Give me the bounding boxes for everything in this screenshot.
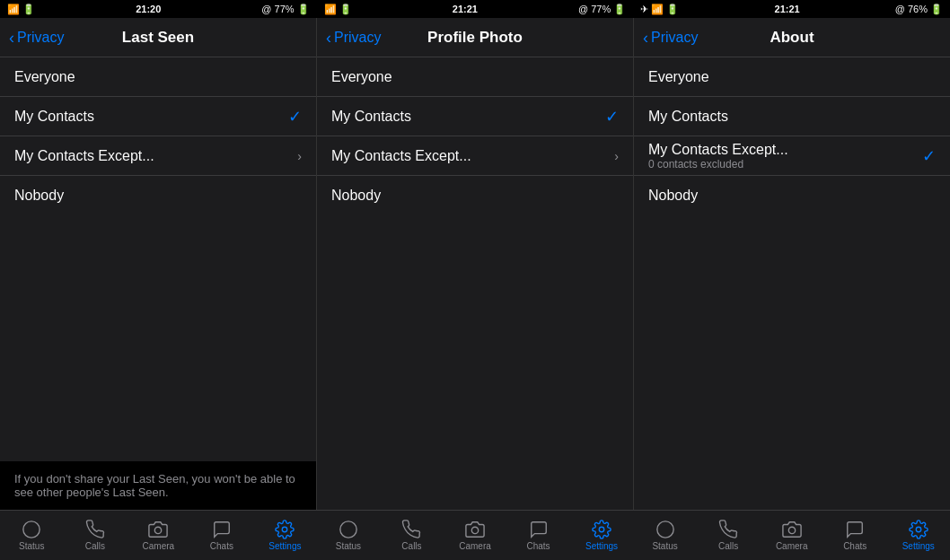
tab-label-camera-3: Camera <box>776 541 808 551</box>
svg-point-6 <box>656 521 673 538</box>
panel-last-seen: ‹ Privacy Last Seen Everyone My Contacts… <box>0 18 317 510</box>
checkmark-icon: ✓ <box>922 146 936 166</box>
item-sublabel: 0 contacts excluded <box>648 158 915 171</box>
tab-label-chats-2: Chats <box>526 541 550 551</box>
settings-icon <box>275 520 295 539</box>
tab-calls-2[interactable]: Calls <box>380 511 444 560</box>
tab-camera-3[interactable]: Camera <box>760 511 823 560</box>
calls-icon-2 <box>401 520 421 539</box>
tab-bar: Status Calls Camera Chats Settings Statu… <box>0 510 950 560</box>
status-right-3: @ 76% 🔋 <box>895 4 943 15</box>
status-right-1: @ 77% 🔋 <box>261 4 309 15</box>
checkmark-icon: ✓ <box>288 107 302 127</box>
camera-icon <box>148 520 168 539</box>
list-last-seen: Everyone My Contacts ✓ My Contacts Excep… <box>0 57 316 461</box>
tab-settings-2[interactable]: Settings <box>570 511 634 560</box>
chevron-left-icon: ‹ <box>326 30 331 46</box>
tab-label-calls-2: Calls <box>401 541 421 551</box>
chats-icon <box>212 520 232 539</box>
navbar-about: ‹ Privacy About <box>634 18 950 57</box>
panels-container: ‹ Privacy Last Seen Everyone My Contacts… <box>0 18 950 510</box>
list-item[interactable]: Nobody <box>0 176 316 215</box>
nav-title-about: About <box>770 29 814 47</box>
list-profile-photo: Everyone My Contacts ✓ My Contacts Excep… <box>317 57 633 510</box>
tab-label-chats-3: Chats <box>843 541 866 551</box>
chats-icon-2 <box>529 520 549 539</box>
nav-title-profile-photo: Profile Photo <box>427 29 523 47</box>
status-right-2: @ 77% 🔋 <box>578 4 626 15</box>
list-item[interactable]: Nobody <box>317 176 633 215</box>
calls-icon <box>85 520 105 539</box>
tab-section-1: Status Calls Camera Chats Settings <box>0 511 317 560</box>
tab-chats-1[interactable]: Chats <box>190 511 254 560</box>
svg-point-2 <box>283 527 288 532</box>
tab-section-3: Status Calls Camera Chats Settings <box>633 511 950 560</box>
back-label-profile-photo: Privacy <box>334 30 381 46</box>
tab-settings-1[interactable]: Settings <box>253 511 317 560</box>
tab-label-chats-1: Chats <box>210 541 233 551</box>
item-label: My Contacts <box>14 109 281 125</box>
item-label: Nobody <box>331 188 619 204</box>
item-label: Nobody <box>14 188 302 204</box>
list-item[interactable]: Nobody <box>634 176 950 215</box>
list-item[interactable]: My Contacts ✓ <box>317 97 633 136</box>
item-label: My Contacts <box>331 109 598 125</box>
status-section-2: 📶 🔋 21:21 @ 77% 🔋 <box>317 0 634 18</box>
back-label-last-seen: Privacy <box>17 30 64 46</box>
list-item[interactable]: My Contacts Except... 0 contacts exclude… <box>634 136 950 176</box>
checkmark-icon: ✓ <box>605 107 619 127</box>
svg-point-7 <box>788 527 795 533</box>
tab-status-2[interactable]: Status <box>317 511 381 560</box>
status-left-1: 📶 🔋 <box>7 4 35 15</box>
settings-icon-2 <box>592 520 611 539</box>
list-item[interactable]: My Contacts Except... › <box>0 136 316 176</box>
status-section-3: ✈ 📶 🔋 21:21 @ 76% 🔋 <box>633 0 950 18</box>
chats-icon-3 <box>845 520 865 539</box>
tab-label-camera-1: Camera <box>143 541 175 551</box>
back-label-about: Privacy <box>651 30 698 46</box>
back-button-last-seen[interactable]: ‹ Privacy <box>9 30 64 46</box>
tab-chats-2[interactable]: Chats <box>506 511 570 560</box>
svg-point-0 <box>23 521 40 538</box>
tab-calls-3[interactable]: Calls <box>697 511 761 560</box>
list-item[interactable]: My Contacts ✓ <box>0 97 316 136</box>
back-button-profile-photo[interactable]: ‹ Privacy <box>326 30 381 46</box>
list-item[interactable]: My Contacts Except... › <box>317 136 633 176</box>
tab-status-3[interactable]: Status <box>633 511 697 560</box>
list-item[interactable]: My Contacts <box>634 97 950 136</box>
list-item[interactable]: Everyone <box>317 57 633 97</box>
item-label: My Contacts Except... <box>331 148 607 164</box>
svg-point-5 <box>599 527 604 532</box>
tab-calls-1[interactable]: Calls <box>64 511 128 560</box>
nav-title-last-seen: Last Seen <box>122 29 194 47</box>
tab-label-settings-3: Settings <box>902 541 935 551</box>
tab-chats-3[interactable]: Chats <box>823 511 887 560</box>
item-label: Nobody <box>648 188 936 204</box>
list-item[interactable]: Everyone <box>634 57 950 97</box>
tab-camera-2[interactable]: Camera <box>444 511 507 560</box>
list-item[interactable]: Everyone <box>0 57 316 97</box>
back-button-about[interactable]: ‹ Privacy <box>643 30 698 46</box>
tab-camera-1[interactable]: Camera <box>127 511 190 560</box>
item-label: Everyone <box>648 69 936 85</box>
calls-icon-3 <box>718 520 738 539</box>
item-sub-container: My Contacts Except... 0 contacts exclude… <box>648 142 915 171</box>
status-left-2: 📶 🔋 <box>324 4 352 15</box>
item-label: My Contacts Except... <box>648 142 915 158</box>
chevron-right-icon: › <box>614 149 619 163</box>
navbar-last-seen: ‹ Privacy Last Seen <box>0 18 316 57</box>
status-bar: 📶 🔋 21:20 @ 77% 🔋 📶 🔋 21:21 @ 77% 🔋 ✈ 📶 … <box>0 0 950 18</box>
svg-point-3 <box>340 521 356 538</box>
chevron-right-icon: › <box>297 149 302 163</box>
tab-label-status-2: Status <box>336 541 361 551</box>
tab-status-1[interactable]: Status <box>0 511 64 560</box>
info-text-last-seen: If you don't share your Last Seen, you w… <box>0 461 316 510</box>
camera-icon-2 <box>465 520 485 539</box>
camera-icon-3 <box>782 520 802 539</box>
tab-label-settings-1: Settings <box>268 541 301 551</box>
item-label: Everyone <box>331 69 619 85</box>
chevron-left-icon: ‹ <box>9 30 14 46</box>
status-time-1: 21:20 <box>136 4 161 14</box>
tab-settings-3[interactable]: Settings <box>886 511 950 560</box>
item-label: My Contacts <box>648 109 936 125</box>
